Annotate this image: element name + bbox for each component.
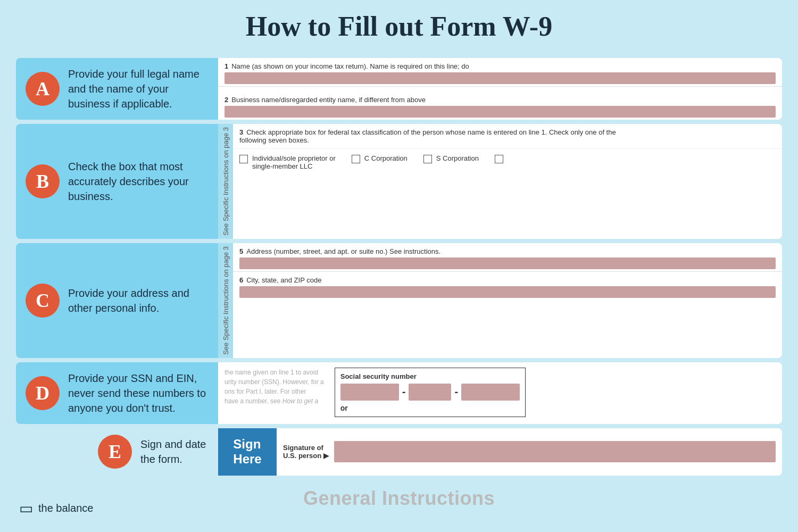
logo-icon: ▭ [19,500,33,517]
section-b-left: B Check the box that most accurately des… [16,124,218,239]
checkbox-c-corp-box[interactable] [352,155,360,163]
section-d-left: D Provide your SSN and EIN, never send t… [16,362,218,424]
checkbox-individual-box[interactable] [239,155,248,163]
field-3-label: Check appropriate box for federal tax cl… [239,128,616,144]
logo-text: the balance [38,502,93,514]
form-field-2: 2Business name/disregarded entity name, … [218,92,782,120]
ssn-block-3[interactable] [461,384,520,401]
field-2-label: Business name/disregarded entity name, i… [231,96,426,104]
field-5-label: Address (number, street, and apt. or sui… [246,247,440,255]
field-1-label: Name (as shown on your income tax return… [231,62,469,70]
checkbox-c-corp: C Corporation [352,154,408,163]
section-b: B Check the box that most accurately des… [16,124,782,239]
section-d-description: Provide your SSN and EIN, never send the… [68,371,209,415]
section-b-description: Check the box that most accurately descr… [68,159,209,204]
badge-a: A [26,72,60,106]
section-c-left: C Provide your address and other persona… [16,243,218,358]
signature-field: Signature ofU.S. person ▶ [277,428,782,476]
page-title: How to Fill out Form W-9 [16,11,782,42]
section-b-side-label: See Specific Instructions on page 3 [218,124,233,239]
section-a-description: Provide your full legal name and the nam… [68,66,209,111]
sign-here-label: SignHere [233,437,261,468]
ssn-block-2[interactable] [409,384,451,401]
field-2-num: 2 [225,96,228,104]
section-c: C Provide your address and other persona… [16,243,782,358]
form-field-1: 1Name (as shown on your income tax retur… [218,58,782,87]
checkbox-c-corp-label: C Corporation [364,154,408,162]
signature-input[interactable] [334,441,776,462]
field-6-input[interactable] [239,286,776,298]
section-c-description: Provide your address and other personal … [68,286,209,315]
page: How to Fill out Form W-9 A Provide your … [0,0,798,532]
section-b-form: 3Check appropriate box for federal tax c… [233,124,782,239]
section-d-form: the name given on line 1 to avoidurity n… [218,362,782,424]
checkbox-extra-box[interactable] [495,155,503,163]
badge-c: C [26,284,60,318]
form-field-3: 3Check appropriate box for federal tax c… [233,124,782,149]
section-e-left-area: E Sign and date the form. [16,428,218,476]
checkbox-individual: Individual/sole proprietor orsingle-memb… [239,154,336,170]
signature-label: Signature ofU.S. person ▶ [283,444,329,460]
general-instructions: General Instructions [16,480,782,510]
field-2-input[interactable] [225,106,776,118]
ssn-box: Social security number - - or [335,368,526,417]
form-field-6: 6City, state, and ZIP code [233,272,782,300]
checkbox-s-corp-box[interactable] [423,155,432,163]
section-d: D Provide your SSN and EIN, never send t… [16,362,782,424]
section-e-form: SignHere Signature ofU.S. person ▶ [218,428,782,476]
logo: ▭ the balance [19,500,93,517]
section-e-description: Sign and date the form. [140,437,209,467]
checkbox-extra [495,154,503,163]
section-a-left: A Provide your full legal name and the n… [16,58,218,120]
field-1-input[interactable] [225,72,776,84]
field-3-num: 3 [239,128,243,136]
sign-here-box: SignHere [218,428,277,476]
badge-e: E [98,435,132,469]
badge-d: D [26,376,60,410]
section-e-row: E Sign and date the form. SignHere Signa… [16,428,782,476]
badge-b: B [26,164,60,198]
field-1-num: 1 [225,62,228,70]
section-a-form: 1Name (as shown on your income tax retur… [218,58,782,120]
field-5-num: 5 [239,247,243,255]
field-6-num: 6 [239,276,243,284]
ssn-inputs: - - [340,384,520,401]
ssn-text: the name given on line 1 to avoidurity n… [225,368,324,406]
ssn-panel: the name given on line 1 to avoidurity n… [218,362,782,422]
checkbox-row: Individual/sole proprietor orsingle-memb… [233,149,782,176]
field-5-input[interactable] [239,257,776,269]
ssn-or: or [340,404,520,412]
field-6-label: City, state, and ZIP code [246,276,321,284]
section-c-form: 5Address (number, street, and apt. or su… [233,243,782,358]
checkbox-s-corp-label: S Corporation [436,154,479,162]
section-a: A Provide your full legal name and the n… [16,58,782,120]
ssn-block-1[interactable] [340,384,399,401]
checkbox-individual-label: Individual/sole proprietor orsingle-memb… [252,154,336,170]
section-c-side-label: See Specific Instructions on page 3 [218,243,233,358]
ssn-dash-1: - [402,386,406,398]
ssn-title: Social security number [340,372,520,380]
ssn-dash-2: - [454,386,458,398]
form-field-5: 5Address (number, street, and apt. or su… [233,243,782,272]
checkbox-s-corp: S Corporation [423,154,479,163]
